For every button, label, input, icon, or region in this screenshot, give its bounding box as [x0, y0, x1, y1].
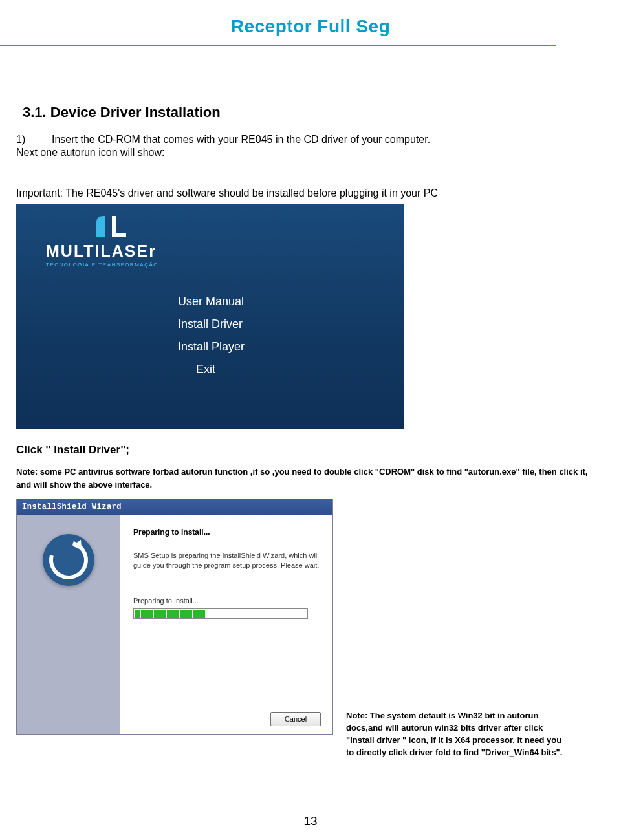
- page-title: Receptor Full Seg: [0, 0, 621, 37]
- installer-sub: Preparing to Install...: [133, 597, 320, 605]
- installer-titlebar: InstallShield Wizard: [17, 499, 332, 515]
- logo-block: MULTILASEr TECNOLOGIA E TRANSFORMAÇÃO: [46, 211, 158, 268]
- next-line: Next one autorun icon will show:: [16, 147, 605, 158]
- menu-install-player[interactable]: Install Player: [178, 340, 245, 354]
- header-divider: [0, 45, 556, 46]
- autorun-menu: User Manual Install Driver Install Playe…: [178, 295, 245, 385]
- menu-exit[interactable]: Exit: [196, 363, 245, 376]
- multilaser-logo-icon: [91, 211, 130, 237]
- section-heading: 3.1. Device Driver Installation: [23, 104, 605, 121]
- installer-heading: Preparing to Install...: [133, 528, 320, 537]
- installer-progress: [133, 608, 308, 619]
- step-number: 1): [16, 134, 52, 145]
- installer-body-text: SMS Setup is preparing the InstallShield…: [133, 551, 320, 571]
- autorun-screenshot: MULTILASEr TECNOLOGIA E TRANSFORMAÇÃO Us…: [16, 204, 404, 429]
- side-note: Note: The system default is Win32 bit in…: [346, 710, 566, 759]
- svg-rect-1: [112, 233, 126, 237]
- logo-text: MULTILASEr: [46, 242, 158, 261]
- click-instruction: Click " Install Driver";: [16, 444, 605, 457]
- installer-main: Preparing to Install... SMS Setup is pre…: [120, 515, 332, 734]
- important-note: Important: The RE045's driver and softwa…: [16, 188, 605, 199]
- step-text: Insert the CD-ROM that comes with your R…: [52, 134, 430, 145]
- page-number: 13: [0, 814, 621, 828]
- menu-install-driver[interactable]: Install Driver: [178, 318, 245, 331]
- menu-user-manual[interactable]: User Manual: [178, 295, 245, 308]
- cancel-button[interactable]: Cancel: [270, 712, 321, 726]
- note-1: Note: some PC antivirus software forbad …: [16, 466, 605, 491]
- installer-disc-icon: [43, 534, 94, 586]
- installshield-screenshot: InstallShield Wizard Preparing to Instal…: [16, 499, 333, 735]
- step-1: 1)Insert the CD-ROM that comes with your…: [16, 134, 605, 145]
- logo-subtitle: TECNOLOGIA E TRANSFORMAÇÃO: [46, 262, 158, 268]
- installer-sidebar: [17, 515, 120, 734]
